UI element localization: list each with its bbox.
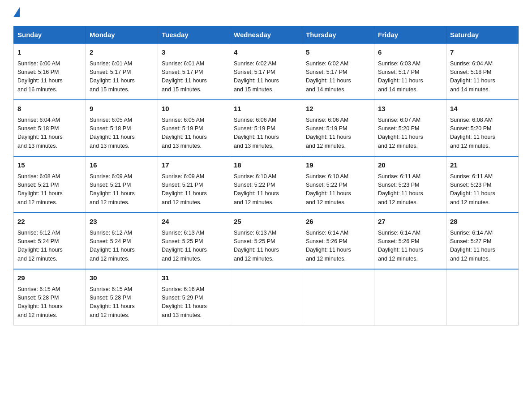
calendar-cell: 6Sunrise: 6:03 AMSunset: 5:17 PMDaylight…	[374, 43, 446, 100]
day-number: 6	[378, 47, 442, 58]
calendar-cell: 21Sunrise: 6:11 AMSunset: 5:23 PMDayligh…	[446, 156, 519, 213]
calendar-cell: 12Sunrise: 6:06 AMSunset: 5:19 PMDayligh…	[302, 100, 374, 156]
column-header-saturday: Saturday	[446, 26, 519, 44]
calendar-cell: 7Sunrise: 6:04 AMSunset: 5:18 PMDaylight…	[446, 43, 519, 100]
day-number: 9	[90, 104, 154, 114]
day-number: 10	[162, 104, 226, 114]
calendar-cell: 11Sunrise: 6:06 AMSunset: 5:19 PMDayligh…	[230, 100, 302, 156]
day-info: Sunrise: 6:01 AMSunset: 5:17 PMDaylight:…	[162, 60, 226, 94]
day-number: 8	[17, 104, 82, 114]
day-number: 14	[450, 104, 515, 114]
day-number: 11	[234, 104, 298, 114]
calendar-cell: 30Sunrise: 6:15 AMSunset: 5:28 PMDayligh…	[86, 269, 158, 325]
calendar-week-row: 15Sunrise: 6:08 AMSunset: 5:21 PMDayligh…	[14, 156, 519, 213]
day-number: 22	[17, 217, 82, 227]
day-number: 21	[450, 160, 515, 171]
day-info: Sunrise: 6:13 AMSunset: 5:25 PMDaylight:…	[234, 229, 298, 264]
day-info: Sunrise: 6:09 AMSunset: 5:21 PMDaylight:…	[90, 172, 154, 207]
day-info: Sunrise: 6:15 AMSunset: 5:28 PMDaylight:…	[17, 285, 82, 320]
day-info: Sunrise: 6:00 AMSunset: 5:16 PMDaylight:…	[17, 60, 82, 94]
day-info: Sunrise: 6:09 AMSunset: 5:21 PMDaylight:…	[162, 172, 226, 207]
calendar-cell: 28Sunrise: 6:14 AMSunset: 5:27 PMDayligh…	[446, 213, 519, 269]
day-number: 29	[17, 273, 82, 283]
day-info: Sunrise: 6:11 AMSunset: 5:23 PMDaylight:…	[378, 172, 442, 207]
calendar-cell: 22Sunrise: 6:12 AMSunset: 5:24 PMDayligh…	[14, 213, 86, 269]
calendar-week-row: 29Sunrise: 6:15 AMSunset: 5:28 PMDayligh…	[14, 269, 519, 325]
day-info: Sunrise: 6:16 AMSunset: 5:29 PMDaylight:…	[162, 285, 226, 320]
day-number: 23	[90, 217, 154, 227]
calendar-cell: 3Sunrise: 6:01 AMSunset: 5:17 PMDaylight…	[158, 43, 230, 100]
day-number: 25	[234, 217, 298, 227]
column-header-sunday: Sunday	[14, 26, 86, 44]
column-header-friday: Friday	[374, 26, 446, 44]
column-header-monday: Monday	[86, 26, 158, 44]
day-number: 7	[450, 47, 515, 58]
calendar-cell: 4Sunrise: 6:02 AMSunset: 5:17 PMDaylight…	[230, 43, 302, 100]
day-info: Sunrise: 6:10 AMSunset: 5:22 PMDaylight:…	[234, 172, 298, 207]
day-number: 17	[162, 160, 226, 171]
calendar-cell: 31Sunrise: 6:16 AMSunset: 5:29 PMDayligh…	[158, 269, 230, 325]
calendar-cell: 16Sunrise: 6:09 AMSunset: 5:21 PMDayligh…	[86, 156, 158, 213]
day-info: Sunrise: 6:12 AMSunset: 5:24 PMDaylight:…	[90, 229, 154, 264]
column-header-wednesday: Wednesday	[230, 26, 302, 44]
calendar-week-row: 1Sunrise: 6:00 AMSunset: 5:16 PMDaylight…	[14, 43, 519, 100]
calendar-cell: 29Sunrise: 6:15 AMSunset: 5:28 PMDayligh…	[14, 269, 86, 325]
day-info: Sunrise: 6:12 AMSunset: 5:24 PMDaylight:…	[17, 229, 82, 264]
day-info: Sunrise: 6:06 AMSunset: 5:19 PMDaylight:…	[306, 116, 370, 151]
calendar-cell: 15Sunrise: 6:08 AMSunset: 5:21 PMDayligh…	[14, 156, 86, 213]
calendar-cell: 8Sunrise: 6:04 AMSunset: 5:18 PMDaylight…	[14, 100, 86, 156]
day-number: 5	[306, 47, 370, 58]
day-info: Sunrise: 6:05 AMSunset: 5:19 PMDaylight:…	[162, 116, 226, 151]
day-info: Sunrise: 6:15 AMSunset: 5:28 PMDaylight:…	[90, 285, 154, 320]
day-info: Sunrise: 6:03 AMSunset: 5:17 PMDaylight:…	[378, 60, 442, 94]
calendar-header-row: SundayMondayTuesdayWednesdayThursdayFrid…	[14, 26, 519, 44]
day-info: Sunrise: 6:14 AMSunset: 5:26 PMDaylight:…	[378, 229, 442, 264]
calendar-week-row: 22Sunrise: 6:12 AMSunset: 5:24 PMDayligh…	[14, 213, 519, 269]
day-number: 15	[17, 160, 82, 171]
calendar-cell: 19Sunrise: 6:10 AMSunset: 5:22 PMDayligh…	[302, 156, 374, 213]
day-number: 26	[306, 217, 370, 227]
day-number: 27	[378, 217, 442, 227]
calendar-cell: 9Sunrise: 6:05 AMSunset: 5:18 PMDaylight…	[86, 100, 158, 156]
day-number: 4	[234, 47, 298, 58]
day-number: 1	[17, 47, 82, 58]
day-info: Sunrise: 6:14 AMSunset: 5:27 PMDaylight:…	[450, 229, 515, 264]
page-header	[13, 9, 519, 17]
calendar-cell: 27Sunrise: 6:14 AMSunset: 5:26 PMDayligh…	[374, 213, 446, 269]
calendar-cell: 18Sunrise: 6:10 AMSunset: 5:22 PMDayligh…	[230, 156, 302, 213]
calendar-cell	[302, 269, 374, 325]
calendar-cell: 26Sunrise: 6:14 AMSunset: 5:26 PMDayligh…	[302, 213, 374, 269]
day-info: Sunrise: 6:06 AMSunset: 5:19 PMDaylight:…	[234, 116, 298, 151]
calendar-cell	[446, 269, 519, 325]
calendar-cell: 10Sunrise: 6:05 AMSunset: 5:19 PMDayligh…	[158, 100, 230, 156]
day-number: 18	[234, 160, 298, 171]
calendar-cell: 23Sunrise: 6:12 AMSunset: 5:24 PMDayligh…	[86, 213, 158, 269]
day-number: 20	[378, 160, 442, 171]
day-info: Sunrise: 6:04 AMSunset: 5:18 PMDaylight:…	[17, 116, 82, 151]
calendar-table: SundayMondayTuesdayWednesdayThursdayFrid…	[13, 26, 519, 325]
day-info: Sunrise: 6:05 AMSunset: 5:18 PMDaylight:…	[90, 116, 154, 151]
day-info: Sunrise: 6:08 AMSunset: 5:20 PMDaylight:…	[450, 116, 515, 151]
calendar-cell: 24Sunrise: 6:13 AMSunset: 5:25 PMDayligh…	[158, 213, 230, 269]
calendar-cell: 25Sunrise: 6:13 AMSunset: 5:25 PMDayligh…	[230, 213, 302, 269]
day-info: Sunrise: 6:10 AMSunset: 5:22 PMDaylight:…	[306, 172, 370, 207]
day-info: Sunrise: 6:01 AMSunset: 5:17 PMDaylight:…	[90, 60, 154, 94]
day-info: Sunrise: 6:02 AMSunset: 5:17 PMDaylight:…	[234, 60, 298, 94]
day-info: Sunrise: 6:14 AMSunset: 5:26 PMDaylight:…	[306, 229, 370, 264]
day-number: 12	[306, 104, 370, 114]
column-header-thursday: Thursday	[302, 26, 374, 44]
day-number: 28	[450, 217, 515, 227]
column-header-tuesday: Tuesday	[158, 26, 230, 44]
calendar-cell: 20Sunrise: 6:11 AMSunset: 5:23 PMDayligh…	[374, 156, 446, 213]
calendar-cell: 14Sunrise: 6:08 AMSunset: 5:20 PMDayligh…	[446, 100, 519, 156]
day-number: 31	[162, 273, 226, 283]
day-info: Sunrise: 6:07 AMSunset: 5:20 PMDaylight:…	[378, 116, 442, 151]
day-info: Sunrise: 6:08 AMSunset: 5:21 PMDaylight:…	[17, 172, 82, 207]
day-info: Sunrise: 6:11 AMSunset: 5:23 PMDaylight:…	[450, 172, 515, 207]
day-number: 13	[378, 104, 442, 114]
day-number: 19	[306, 160, 370, 171]
day-number: 16	[90, 160, 154, 171]
logo-triangle-icon	[13, 7, 20, 17]
calendar-week-row: 8Sunrise: 6:04 AMSunset: 5:18 PMDaylight…	[14, 100, 519, 156]
calendar-cell: 1Sunrise: 6:00 AMSunset: 5:16 PMDaylight…	[14, 43, 86, 100]
